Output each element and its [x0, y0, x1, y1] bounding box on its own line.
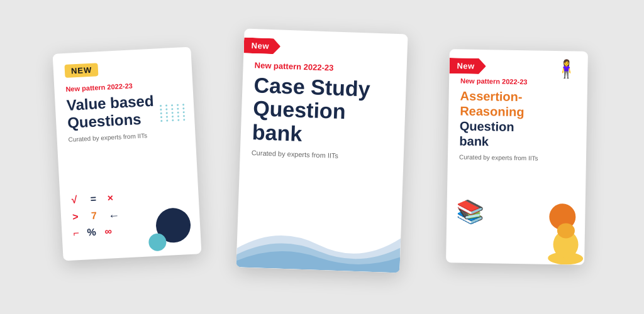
- card-title-center: Case Study Question bank: [252, 73, 395, 149]
- math-sym-eq: =: [90, 193, 96, 205]
- pattern-label-center: New pattern 2022-23: [254, 60, 395, 75]
- wave-decoration: [236, 198, 402, 273]
- orange-shapes: [528, 201, 586, 265]
- card-subtitle-left: Curated by experts from IITs: [68, 130, 184, 143]
- card-left[interactable]: NEW New pattern 2022-23 Value based Ques…: [53, 46, 202, 261]
- math-sym-hook: ⌐: [73, 227, 79, 239]
- math-sym-gt: >: [72, 211, 79, 222]
- math-sym-7: 7: [91, 210, 97, 222]
- math-sym-sqrt: √: [71, 194, 77, 205]
- math-sym-times: ×: [107, 192, 113, 203]
- reading-figure-icon: 📚: [456, 198, 485, 225]
- card-subtitle-center: Curated by experts from IITs: [252, 149, 392, 161]
- character-girl-icon: 🧍‍♀️: [555, 58, 578, 80]
- math-sym-arrow: ←: [108, 209, 120, 223]
- new-badge-left: NEW: [64, 63, 98, 78]
- card-subtitle-right: Curated by experts from IITs: [459, 153, 575, 162]
- math-sym-infinity: ∞: [104, 225, 112, 237]
- cards-container: NEW New pattern 2022-23 Value based Ques…: [39, 19, 605, 295]
- math-sym-percent: %: [87, 227, 96, 239]
- card-center[interactable]: New New pattern 2022-23 Case Study Quest…: [236, 29, 408, 273]
- pattern-label-left: New pattern 2022-23: [65, 79, 181, 93]
- card-right[interactable]: New New pattern 2022-23 🧍‍♀️ Assertion- …: [446, 49, 588, 265]
- card-title-right: Assertion- Reasoning Question bank: [459, 88, 576, 150]
- teal-dots-decoration: [160, 104, 187, 122]
